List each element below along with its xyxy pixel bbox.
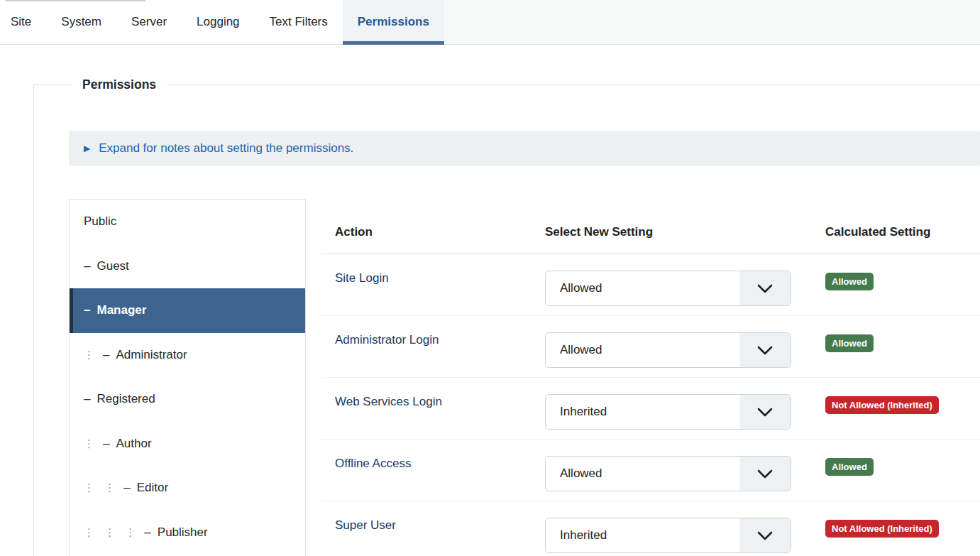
depth-dots: ⋮ ⋮ ⋮ [84, 526, 136, 539]
group-item-manager[interactable]: – Manager [70, 288, 305, 333]
group-item-label: Public [84, 214, 116, 229]
status-badge: Not Allowed (Inherited) [825, 396, 939, 414]
new-setting-select[interactable]: Inherited [545, 394, 791, 430]
cropped-top-edge-line [6, 0, 145, 1]
table-row: Administrator Login Allowed Allowed [321, 316, 980, 378]
depth-dots: ⋮ [84, 349, 94, 361]
depth-dots: ⋮ ⋮ [84, 481, 115, 494]
group-item-registered[interactable]: – Registered [70, 377, 305, 422]
status-badge: Allowed [825, 273, 874, 290]
header-action: Action [321, 210, 545, 254]
group-item-label: Administrator [116, 348, 187, 362]
action-label: Super User [321, 501, 545, 556]
depth-dash: – [103, 348, 109, 362]
select-value: Allowed [546, 467, 739, 481]
notes-toggle-label: Expand for notes about setting the permi… [99, 141, 353, 156]
depth-dash: – [123, 481, 130, 495]
tab-permissions[interactable]: Permissions [343, 0, 444, 44]
status-badge: Allowed [825, 334, 874, 352]
action-label: Site Login [321, 254, 545, 315]
select-value: Inherited [546, 405, 739, 419]
expand-triangle-icon: ▶ [84, 143, 90, 153]
table-row: Offline Access Allowed Allowed [321, 440, 980, 501]
action-label: Offline Access [321, 440, 545, 501]
group-item-administrator[interactable]: ⋮ – Administrator [70, 333, 305, 378]
table-row: Site Login Allowed Allowed [321, 254, 980, 316]
select-value: Inherited [546, 528, 739, 543]
group-item-publisher[interactable]: ⋮ ⋮ ⋮ – Publisher [70, 511, 305, 555]
group-item-editor[interactable]: ⋮ ⋮ – Editor [70, 466, 305, 511]
group-item-label: Publisher [158, 525, 208, 540]
fieldset-left-border [33, 85, 34, 556]
chevron-down-icon [739, 518, 791, 552]
user-group-list: Public – Guest – Manager ⋮ – Administrat… [69, 199, 306, 556]
group-item-author[interactable]: ⋮ – Author [70, 422, 305, 467]
depth-dash: – [84, 303, 90, 317]
group-item-public[interactable]: Public [70, 200, 305, 244]
chevron-down-icon [739, 457, 791, 491]
action-label: Web Services Login [321, 378, 545, 439]
status-badge: Not Allowed (Inherited) [825, 520, 939, 538]
table-row: Web Services Login Inherited Not Allowed… [321, 378, 980, 440]
table-row: Super User Inherited Not Allowed (Inheri… [321, 501, 980, 556]
tabbar-filler [444, 0, 980, 44]
status-badge: Allowed [825, 458, 874, 476]
group-item-label: Editor [137, 481, 168, 495]
permissions-table: Action Select New Setting Calculated Set… [321, 210, 980, 556]
depth-dash: – [84, 259, 90, 273]
chevron-down-icon [739, 271, 791, 305]
header-calculated-setting: Calculated Setting [825, 210, 980, 254]
permissions-notes-toggle[interactable]: ▶ Expand for notes about setting the per… [69, 131, 980, 166]
fieldset-legend-row: Permissions [33, 78, 980, 91]
new-setting-select[interactable]: Allowed [545, 271, 791, 306]
depth-dash: – [144, 525, 150, 540]
chevron-down-icon [739, 395, 791, 429]
header-select-new-setting: Select New Setting [545, 210, 825, 254]
config-tabbar: Site System Server Logging Text Filters … [0, 0, 980, 45]
tab-server[interactable]: Server [116, 0, 182, 44]
new-setting-select[interactable]: Inherited [545, 518, 791, 553]
new-setting-select[interactable]: Allowed [545, 456, 791, 491]
group-item-label: Guest [97, 259, 128, 273]
select-value: Allowed [546, 281, 739, 295]
group-item-label: Registered [97, 392, 155, 406]
page-title: Permissions [71, 77, 167, 92]
depth-dash: – [84, 392, 90, 406]
group-item-guest[interactable]: – Guest [70, 244, 305, 289]
group-item-label: Author [116, 437, 151, 451]
tab-system[interactable]: System [46, 0, 116, 44]
new-setting-select[interactable]: Allowed [545, 332, 791, 368]
action-label: Administrator Login [321, 316, 545, 377]
legend-line-right [167, 85, 980, 85]
depth-dash: – [103, 437, 109, 451]
group-item-label: Manager [97, 303, 146, 317]
legend-line-left [33, 85, 71, 85]
depth-dots: ⋮ [84, 437, 94, 450]
tab-text-filters[interactable]: Text Filters [255, 0, 343, 44]
table-header-row: Action Select New Setting Calculated Set… [321, 210, 980, 254]
select-value: Allowed [546, 343, 739, 357]
tab-logging[interactable]: Logging [182, 0, 255, 44]
chevron-down-icon [739, 333, 791, 367]
tab-site[interactable]: Site [0, 0, 46, 44]
